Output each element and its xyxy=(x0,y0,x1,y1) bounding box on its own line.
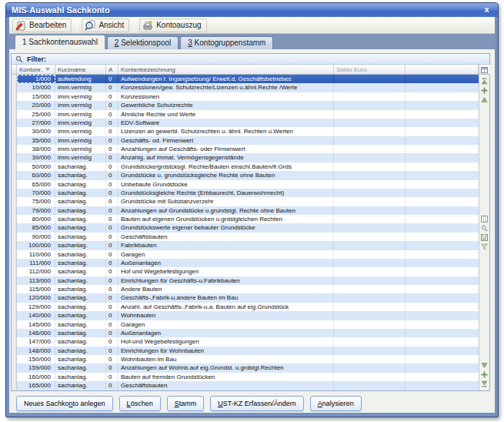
column-header-empty[interactable] xyxy=(406,65,479,74)
cell-bez: Garagen xyxy=(118,320,334,329)
cell-a: 0 xyxy=(106,320,118,329)
cell-gutter xyxy=(12,276,17,285)
cell-kurzname: sachanlag. xyxy=(55,320,106,329)
table-row[interactable]: 148/000sachanlag.0Einrichtungen für Wohn… xyxy=(12,347,479,355)
kontoauszug-button[interactable]: Kontoauszug xyxy=(139,18,206,32)
table-row[interactable]: 70/000sachanlag.0Grundstücksgleiche Rech… xyxy=(12,189,479,197)
cell-a: 0 xyxy=(106,381,118,390)
window-title: MIS-Auswahl Sachkonto xyxy=(12,5,481,15)
stamm-button[interactable]: Stamm xyxy=(167,396,205,411)
filter-bar[interactable]: Filter: xyxy=(12,54,489,65)
loeschen-button[interactable]: Löschen xyxy=(119,396,161,411)
table-row[interactable]: 120/000sachanlag.0Geschäfts-,Fabrik-u.an… xyxy=(12,293,479,302)
table-row[interactable]: 85/000sachanlag.0Grundstückswerte eigene… xyxy=(12,223,479,232)
cell-bez: Hof und Wegebefestigungen xyxy=(118,267,334,276)
main-toolbar: Bearbeiten Ansicht xyxy=(9,17,495,34)
column-header-kontenbezeichnung[interactable]: Kontenbezeichnung xyxy=(118,65,334,74)
cell-gutter xyxy=(12,180,17,189)
table-row[interactable]: 1/000aufwendung0Aufwendungen f. Ingangse… xyxy=(12,75,479,83)
table-row[interactable]: 65/000sachanlag.0Unbebaute Grundstücke xyxy=(12,180,479,189)
cell-a: 0 xyxy=(106,162,118,171)
cell-gutter xyxy=(12,250,17,259)
table-row[interactable]: 38/000imm.vermög0Anzahlungen auf Geschäf… xyxy=(12,145,479,153)
cell-gutter xyxy=(12,223,17,232)
jump-last-icon[interactable] xyxy=(481,380,488,387)
scroll-down-icon[interactable] xyxy=(481,362,488,369)
ansicht-button[interactable]: Ansicht xyxy=(82,18,129,32)
cell-bez: Grundstücke mit Substanzverzehr xyxy=(118,197,334,206)
tab-sachkontenauswahl[interactable]: 1 Sachkontenauswahl xyxy=(15,35,105,49)
table-row[interactable]: 90/000sachanlag.0Geschäftsbauten xyxy=(12,233,479,241)
cell-bez: Geschäftsbauten xyxy=(118,381,334,390)
ust-kz-erfassen-aendern-button[interactable]: UST-KZ Erfassen/Ändern xyxy=(210,396,304,411)
column-header-a[interactable]: A xyxy=(106,65,118,74)
cell-bez: Anzahlungen auf Grundstücke u.grundstgl.… xyxy=(118,206,334,215)
table-row[interactable]: 30/000imm.vermög0Lizenzen an gewerbl. Sc… xyxy=(12,127,479,136)
cell-kurzname: sachanlag. xyxy=(55,241,106,250)
table-row[interactable]: 27/000imm.vermög0EDV-Software xyxy=(12,119,479,127)
tab-page: Filter: Kontonr. Kurzname xyxy=(9,49,495,413)
table-row[interactable]: 75/000sachanlag.0Grundstücke mit Substan… xyxy=(12,197,479,206)
column-header-kurzname[interactable]: Kurzname xyxy=(55,65,106,74)
cell-kurzname: sachanlag. xyxy=(55,381,106,390)
table-row[interactable]: 113/000sachanlag.0Einrichtungen für Gesc… xyxy=(12,276,479,285)
table-row[interactable]: 150/000sachanlag.0Wohnbauten im Bau xyxy=(12,355,479,363)
table-row[interactable]: 115/000sachanlag.0Andere Bauten xyxy=(12,285,479,293)
table-row[interactable]: 129/000sachanlag.0Anzahl. auf Geschäfts-… xyxy=(12,303,479,311)
bearbeiten-button[interactable]: Bearbeiten xyxy=(12,18,72,32)
table-row[interactable]: 50/000sachanlag.0Grundstücke/grdstcksgl.… xyxy=(12,162,479,171)
scroll-up-icon[interactable] xyxy=(481,96,488,103)
column-header-kontonr[interactable]: Kontonr. xyxy=(17,65,55,74)
cell-bez: Außenanlagen xyxy=(118,329,334,337)
table-row[interactable]: 159/000sachanlag.0Anzahlungen auf Wohnb.… xyxy=(12,363,479,372)
table-row[interactable]: 147/000sachanlag.0Hof-und Wegebefestigun… xyxy=(12,337,479,346)
move-up-icon[interactable] xyxy=(481,87,488,94)
table-row[interactable]: 160/000sachanlag.0Bauten auf fremden Gru… xyxy=(12,373,479,381)
table-row[interactable]: 39/000imm.vermög0Anzahlg. auf immat. Ver… xyxy=(12,153,479,162)
cell-bez: Aufwendungen f. Ingangsetzung/ Erweit.d.… xyxy=(118,75,334,83)
table-row[interactable]: 100/000sachanlag.0Fabrikbauten xyxy=(12,241,479,250)
column-chooser-icon[interactable] xyxy=(479,65,490,75)
cell-extra xyxy=(406,145,479,153)
table-row[interactable]: 110/000sachanlag.0Garagen xyxy=(12,250,479,259)
table-row[interactable]: 111/000sachanlag.0Außenanlagen xyxy=(12,259,479,267)
table-row[interactable]: 112/000sachanlag.0Hof und Wegebefestigun… xyxy=(12,267,479,276)
cell-saldo xyxy=(334,162,406,171)
neues-sachkonto-anlegen-button[interactable]: Neues Sachkonto anlegen xyxy=(16,396,113,411)
close-icon[interactable]: x xyxy=(481,5,492,15)
move-down-icon[interactable] xyxy=(481,371,488,378)
table-row[interactable]: 25/000imm.vermög0Ähnliche Rechte und Wer… xyxy=(12,110,479,119)
cell-extra xyxy=(406,355,479,363)
table-row[interactable]: 146/000sachanlag.0Außenanlagen xyxy=(12,329,479,337)
table-row[interactable]: 60/000sachanlag.0Grundstücke u. grundstü… xyxy=(12,171,479,179)
save-layout-icon[interactable] xyxy=(481,234,488,241)
cell-bez: Wohnbauten im Bau xyxy=(118,355,334,363)
cell-extra xyxy=(406,206,479,215)
columns-icon[interactable] xyxy=(481,216,488,223)
cell-kurzname: aufwendung xyxy=(55,75,106,83)
cell-a: 0 xyxy=(106,233,118,241)
table-row[interactable]: 140/000sachanlag.0Wohnbauten xyxy=(12,311,479,320)
cell-saldo xyxy=(334,83,406,92)
cell-saldo xyxy=(334,233,406,241)
analysieren-button[interactable]: Analysieren xyxy=(310,396,362,411)
cell-kurzname: imm.vermög xyxy=(55,136,106,145)
table-row[interactable]: 35/000imm.vermög0Geschäfts- od. Firmenwe… xyxy=(12,136,479,145)
table-row[interactable]: 165/000sachanlag.0Geschäftsbauten xyxy=(12,381,479,390)
table-row[interactable]: 80/000sachanlag.0Bauten auf eigenen Grun… xyxy=(12,215,479,223)
cell-kontonr: 80/000 xyxy=(17,215,55,223)
cell-extra xyxy=(406,223,479,232)
table-row[interactable]: 15/000imm.vermög0Konzessionen xyxy=(12,92,479,101)
column-header-saldo-euro[interactable]: Saldo Euro xyxy=(334,65,406,74)
cell-a: 0 xyxy=(106,293,118,302)
table-row[interactable]: 10/000imm.vermög0Konzessionen/gew. Schut… xyxy=(12,83,479,92)
tab-selektionspool[interactable]: 2 Selektionspool xyxy=(107,36,179,49)
table-row[interactable]: 20/000imm.vermög0Gewerbliche Schutzrecht… xyxy=(12,101,479,109)
tab-kontogruppenstamm[interactable]: 3 Kontogruppenstamm xyxy=(180,36,273,49)
table-row[interactable]: 145/000sachanlag.0Garagen xyxy=(12,320,479,329)
search-icon[interactable] xyxy=(481,225,488,232)
filter-funnel-icon[interactable] xyxy=(481,243,488,250)
table-row[interactable]: 79/000sachanlag.0Anzahlungen auf Grundst… xyxy=(12,206,479,215)
jump-first-icon[interactable] xyxy=(481,78,488,85)
cell-saldo xyxy=(334,373,406,381)
